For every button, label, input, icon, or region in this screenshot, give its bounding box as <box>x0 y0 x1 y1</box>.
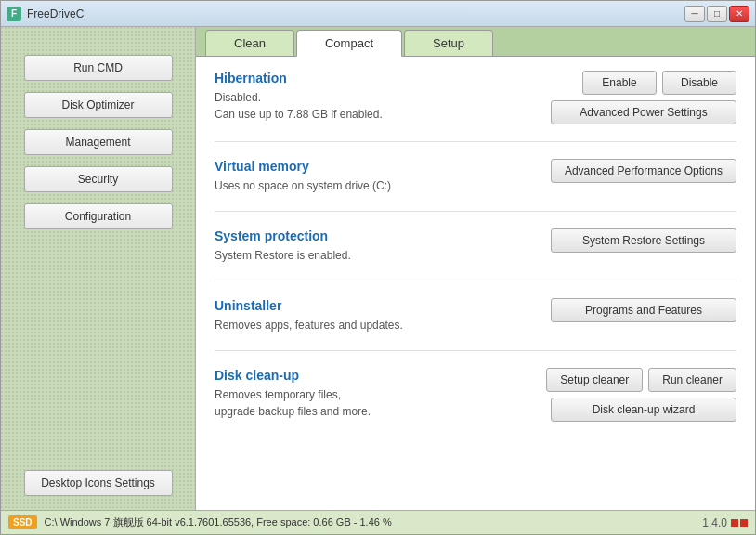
uninstaller-title: Uninstaller <box>215 298 504 313</box>
uninstaller-actions: Programs and Features <box>504 298 736 322</box>
disk-cleanup-desc: Removes temporary files,upgrade backup f… <box>215 386 504 420</box>
hibernation-row-1: Enable Disable <box>504 71 736 95</box>
section-uninstaller-info: Uninstaller Removes apps, features and u… <box>215 298 504 333</box>
section-disk-cleanup-info: Disk clean-up Removes temporary files,up… <box>215 368 504 420</box>
version-badge: 1.4.0 <box>702 516 748 529</box>
system-protection-row-1: System Restore Settings <box>504 228 736 253</box>
disk-cleanup-wizard-button[interactable]: Disk clean-up wizard <box>551 398 736 422</box>
main-content: Run CMD Disk Optimizer Management Securi… <box>1 27 755 510</box>
disk-cleanup-title: Disk clean-up <box>215 368 504 383</box>
sidebar-item-desktop-icons-settings[interactable]: Desktop Icons Settings <box>24 470 173 496</box>
hibernation-disable-button[interactable]: Disable <box>662 71 736 95</box>
disk-cleanup-row-2: Disk clean-up wizard <box>504 398 736 422</box>
hibernation-desc: Disabled.Can use up to 7.88 GB if enable… <box>215 89 504 123</box>
system-protection-actions: System Restore Settings <box>504 228 736 253</box>
advanced-power-settings-button[interactable]: Advanced Power Settings <box>551 100 736 124</box>
disk-cleanup-actions: Setup cleaner Run cleaner Disk clean-up … <box>504 368 736 422</box>
maximize-button[interactable]: □ <box>707 6 727 22</box>
red-square-2 <box>740 519 748 527</box>
virtual-memory-title: Virtual memory <box>215 159 504 174</box>
title-bar: F FreeDriveC ─ □ ✕ <box>1 1 755 27</box>
disk-cleanup-row-1: Setup cleaner Run cleaner <box>504 368 736 392</box>
system-protection-desc: System Restore is enabled. <box>215 247 504 264</box>
content-area: Hibernation Disabled.Can use up to 7.88 … <box>196 57 755 510</box>
virtual-memory-row-1: Advanced Performance Options <box>504 159 736 183</box>
ssd-badge: SSD <box>8 515 37 529</box>
system-restore-settings-button[interactable]: System Restore Settings <box>551 228 736 253</box>
sidebar: Run CMD Disk Optimizer Management Securi… <box>1 27 196 510</box>
tab-area: Clean Compact Setup Hibernation Disabled… <box>196 27 755 510</box>
sidebar-item-configuration[interactable]: Configuration <box>24 203 173 229</box>
window-title: FreeDriveC <box>27 7 684 20</box>
advanced-performance-options-button[interactable]: Advanced Performance Options <box>551 159 736 183</box>
window-controls: ─ □ ✕ <box>684 6 749 22</box>
section-hibernation: Hibernation Disabled.Can use up to 7.88 … <box>215 71 736 142</box>
section-virtual-memory: Virtual memory Uses no space on system d… <box>215 159 736 212</box>
programs-and-features-button[interactable]: Programs and Features <box>551 298 736 322</box>
uninstaller-desc: Removes apps, features and updates. <box>215 317 504 333</box>
version-text: 1.4.0 <box>702 516 727 529</box>
sidebar-item-disk-optimizer[interactable]: Disk Optimizer <box>24 92 173 118</box>
app-window: F FreeDriveC ─ □ ✕ Run CMD Disk Optimize… <box>0 0 756 535</box>
close-button[interactable]: ✕ <box>729 6 749 22</box>
tab-clean[interactable]: Clean <box>205 30 294 56</box>
hibernation-title: Hibernation <box>215 71 504 85</box>
sidebar-item-security[interactable]: Security <box>24 166 173 192</box>
section-system-protection-info: System protection System Restore is enab… <box>215 228 504 264</box>
section-disk-cleanup: Disk clean-up Removes temporary files,up… <box>215 368 736 438</box>
virtual-memory-desc: Uses no space on system drive (C:) <box>215 177 504 194</box>
hibernation-row-2: Advanced Power Settings <box>504 100 736 124</box>
setup-cleaner-button[interactable]: Setup cleaner <box>546 368 643 392</box>
section-virtual-memory-info: Virtual memory Uses no space on system d… <box>215 159 504 194</box>
tab-setup[interactable]: Setup <box>404 30 493 56</box>
run-cleaner-button[interactable]: Run cleaner <box>648 368 736 392</box>
tab-bar: Clean Compact Setup <box>196 27 755 57</box>
tab-compact[interactable]: Compact <box>296 30 402 57</box>
sidebar-item-management[interactable]: Management <box>24 129 173 155</box>
sidebar-item-run-cmd[interactable]: Run CMD <box>24 55 173 81</box>
system-info-text: C:\ Windows 7 旗舰版 64-bit v6.1.7601.65536… <box>45 515 703 529</box>
section-system-protection: System protection System Restore is enab… <box>215 228 736 281</box>
uninstaller-row-1: Programs and Features <box>504 298 736 322</box>
section-uninstaller: Uninstaller Removes apps, features and u… <box>215 298 736 351</box>
hibernation-actions: Enable Disable Advanced Power Settings <box>504 71 736 124</box>
status-bar: SSD C:\ Windows 7 旗舰版 64-bit v6.1.7601.6… <box>1 510 755 534</box>
section-hibernation-info: Hibernation Disabled.Can use up to 7.88 … <box>215 71 504 123</box>
system-protection-title: System protection <box>215 228 504 243</box>
hibernation-enable-button[interactable]: Enable <box>582 71 657 95</box>
virtual-memory-actions: Advanced Performance Options <box>504 159 736 183</box>
minimize-button[interactable]: ─ <box>684 6 705 22</box>
red-squares-decoration <box>731 519 748 527</box>
red-square-1 <box>731 519 738 527</box>
app-icon: F <box>7 7 21 21</box>
